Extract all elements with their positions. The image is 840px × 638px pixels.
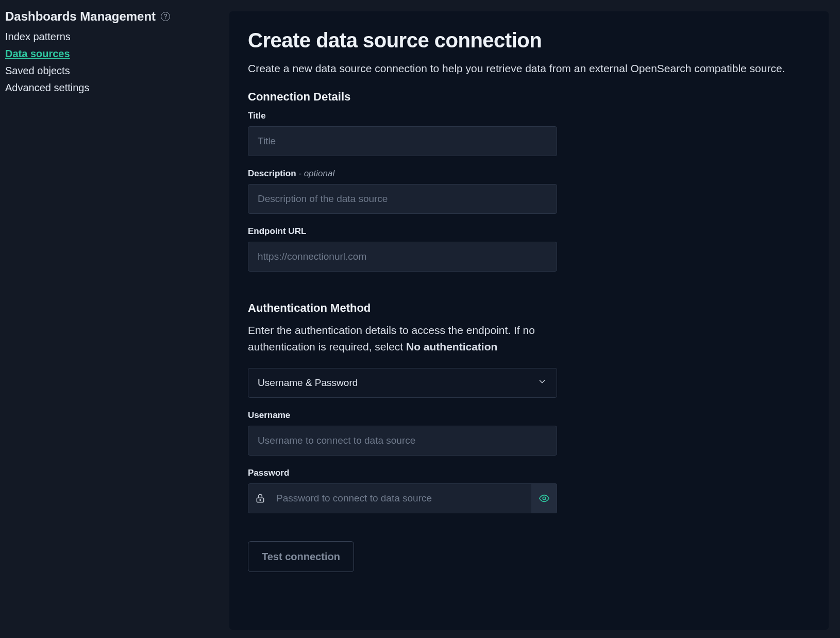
auth-method-title: Authentication Method bbox=[248, 301, 810, 315]
sidebar-item-advanced-settings[interactable]: Advanced settings bbox=[5, 82, 224, 94]
page-subtitle: Create a new data source connection to h… bbox=[248, 62, 810, 75]
auth-description: Enter the authentication details to acce… bbox=[248, 322, 557, 355]
username-label: Username bbox=[248, 410, 810, 421]
sidebar-item-data-sources[interactable]: Data sources bbox=[5, 48, 224, 60]
password-label: Password bbox=[248, 468, 810, 478]
description-label: Description - optional bbox=[248, 169, 810, 179]
panel: Create data source connection Create a n… bbox=[229, 11, 829, 630]
title-input[interactable] bbox=[248, 126, 557, 156]
sidebar-nav: Index patterns Data sources Saved object… bbox=[5, 31, 224, 94]
auth-method-selected: Username & Password bbox=[258, 377, 358, 389]
endpoint-row: Endpoint URL bbox=[248, 226, 810, 272]
eye-icon bbox=[539, 493, 550, 504]
description-label-text: Description bbox=[248, 169, 296, 178]
password-row: Password bbox=[248, 468, 810, 513]
test-connection-button[interactable]: Test connection bbox=[248, 541, 354, 572]
title-label: Title bbox=[248, 111, 810, 121]
description-input[interactable] bbox=[248, 184, 557, 214]
sidebar-item-index-patterns[interactable]: Index patterns bbox=[5, 31, 224, 43]
page-title: Create data source connection bbox=[248, 29, 810, 52]
username-input[interactable] bbox=[248, 426, 557, 456]
password-input[interactable] bbox=[248, 483, 557, 513]
sidebar-header: Dashboards Management ? bbox=[5, 9, 224, 24]
auth-desc-bold: No authentication bbox=[406, 341, 497, 352]
svg-point-2 bbox=[543, 497, 546, 500]
sidebar-title: Dashboards Management bbox=[5, 9, 156, 24]
description-optional: - optional bbox=[296, 169, 335, 178]
auth-method-select[interactable]: Username & Password bbox=[248, 368, 557, 398]
sidebar: Dashboards Management ? Index patterns D… bbox=[0, 0, 229, 638]
username-row: Username bbox=[248, 410, 810, 456]
endpoint-label: Endpoint URL bbox=[248, 226, 810, 237]
auth-method-row: Username & Password bbox=[248, 368, 810, 398]
toggle-password-visibility-button[interactable] bbox=[531, 483, 557, 513]
sidebar-item-saved-objects[interactable]: Saved objects bbox=[5, 65, 224, 77]
help-icon[interactable]: ? bbox=[161, 12, 170, 21]
endpoint-input[interactable] bbox=[248, 242, 557, 272]
svg-point-1 bbox=[260, 499, 261, 500]
lock-icon bbox=[255, 493, 265, 503]
connection-details-title: Connection Details bbox=[248, 90, 810, 104]
description-row: Description - optional bbox=[248, 169, 810, 214]
main: Create data source connection Create a n… bbox=[229, 0, 840, 638]
title-row: Title bbox=[248, 111, 810, 156]
